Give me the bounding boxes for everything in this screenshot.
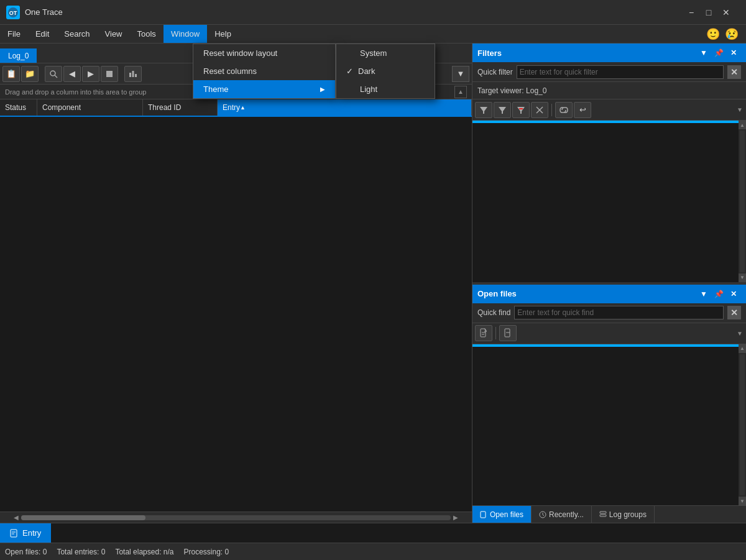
hscroll-track[interactable] — [21, 515, 451, 520]
filter-link-btn[interactable] — [555, 102, 573, 118]
openfiles-scroll-track[interactable] — [740, 354, 745, 496]
openfiles-pin-btn[interactable]: 📌 — [711, 287, 726, 301]
openfiles-scroll-down[interactable]: ▼ — [739, 497, 746, 505]
maximize-button[interactable]: □ — [700, 4, 717, 21]
status-open-files: Open files: 0 — [5, 548, 47, 556]
titlebar: OT One Trace − □ ✕ — [0, 0, 746, 25]
bottom-tab-recently-label: Recently... — [549, 510, 584, 519]
svg-text:OT: OT — [9, 10, 17, 16]
filters-dropdown-btn[interactable]: ▼ — [696, 45, 711, 60]
quick-find-input[interactable] — [514, 306, 724, 319]
wmenu-reset-window-label: Reset window layout — [203, 48, 277, 58]
col-header-entry[interactable]: Entry ▲ — [218, 99, 472, 116]
main-layout: Log_0 📋 📁 ◀ ▶ — [0, 44, 746, 523]
quick-find-clear-btn[interactable]: ✕ — [727, 306, 741, 319]
svg-marker-8 — [480, 107, 487, 114]
collapse-btn[interactable]: ▲ — [454, 86, 467, 98]
toolbar-stop-btn[interactable] — [101, 66, 118, 82]
menu-file[interactable]: File — [0, 25, 28, 43]
filter-clear-btn[interactable] — [531, 102, 548, 118]
close-button[interactable]: ✕ — [717, 4, 735, 21]
filter-toolbar-sep — [551, 104, 552, 116]
status-total-entries: Total entries: 0 — [57, 548, 105, 556]
toolbar-dropdown-btn[interactable]: ▼ — [452, 66, 469, 82]
svg-line-3 — [55, 75, 57, 78]
openfiles-title: Open files — [477, 289, 696, 298]
menu-help[interactable]: Help — [207, 25, 239, 43]
entry-tab-bar: Entry — [0, 523, 746, 543]
minimize-button[interactable]: − — [683, 4, 700, 21]
toolbar-open-btn[interactable]: 📁 — [21, 66, 39, 82]
svg-rect-6 — [132, 71, 134, 77]
filter-remove-btn[interactable] — [512, 102, 530, 118]
filters-close-btn[interactable]: ✕ — [726, 45, 741, 60]
quick-filter-clear-btn[interactable]: ✕ — [727, 65, 741, 79]
svg-point-2 — [50, 71, 55, 76]
quick-filter-row: Quick filter ✕ — [472, 62, 746, 82]
openfiles-panel-header: Open files ▼ 📌 ✕ — [472, 285, 746, 303]
col-header-status[interactable]: Status — [0, 99, 37, 116]
openfiles-content: ▲ ▼ — [472, 344, 746, 506]
bottom-tab-recently[interactable]: Recently... — [532, 506, 592, 523]
app-icon: OT — [6, 6, 20, 19]
openfiles-scroll-up[interactable]: ▲ — [739, 344, 746, 353]
bottom-tabbar: Open files Recently... Log groups — [472, 505, 746, 523]
scroll-left-btn[interactable]: ◀ — [11, 513, 21, 523]
openfiles-newfile-btn[interactable] — [475, 325, 492, 341]
wmenu-reset-window[interactable]: Reset window layout — [193, 44, 335, 62]
col-header-thread[interactable]: Thread ID — [143, 99, 218, 116]
log-content — [0, 117, 472, 512]
quick-find-row: Quick find ✕ — [472, 303, 746, 323]
theme-dark[interactable]: ✓ Dark — [336, 62, 435, 80]
filter-add-btn[interactable] — [475, 102, 492, 118]
filter-scroll-track[interactable] — [740, 131, 745, 272]
filter-scroll-down[interactable]: ▼ — [739, 273, 746, 282]
hscrollbar: ◀ ▶ — [0, 512, 472, 523]
menu-window[interactable]: Window — [163, 25, 207, 43]
theme-system[interactable]: System — [336, 44, 435, 62]
openfiles-removefile-btn[interactable] — [499, 325, 517, 341]
svg-rect-23 — [600, 515, 606, 516]
toolbar-copy-btn[interactable]: 📋 — [2, 66, 20, 82]
scroll-right-btn[interactable]: ▶ — [451, 513, 461, 523]
svg-rect-20 — [481, 512, 486, 518]
openfiles-panel: Open files ▼ 📌 ✕ Quick find ✕ — [472, 285, 746, 523]
col-header-component[interactable]: Component — [37, 99, 143, 116]
menubar: File Edit Search View Tools Window Help … — [0, 25, 746, 44]
filter-scroll-up[interactable]: ▲ — [739, 121, 746, 129]
status-total-elapsed: Total elapsed: n/a — [115, 548, 173, 556]
filter-reset-btn[interactable]: ↩ — [574, 102, 591, 118]
toolbar-next-btn[interactable]: ▶ — [82, 66, 99, 82]
filter-vscroll-indicator: ▼ — [736, 106, 744, 114]
wmenu-theme-label: Theme — [203, 85, 228, 94]
toolbar-chart-btn[interactable] — [124, 66, 142, 82]
emoji-sad[interactable]: 😢 — [722, 27, 741, 41]
emoji-smiley[interactable]: 🙂 — [704, 27, 722, 41]
bottom-tab-loggroups[interactable]: Log groups — [592, 506, 655, 523]
bottom-tab-openfiles[interactable]: Open files — [472, 506, 532, 523]
openfiles-dropdown-btn[interactable]: ▼ — [696, 287, 711, 301]
toolbar-search-btn[interactable] — [45, 66, 62, 82]
toolbar-prev-btn[interactable]: ◀ — [63, 66, 81, 82]
quick-filter-input[interactable] — [517, 65, 724, 79]
wmenu-reset-columns[interactable]: Reset columns — [193, 62, 335, 80]
theme-light[interactable]: Light — [336, 80, 435, 98]
theme-system-label: System — [360, 48, 387, 58]
filters-pin-btn[interactable]: 📌 — [711, 45, 726, 60]
svg-rect-4 — [106, 71, 113, 77]
entry-tab-item[interactable]: Entry — [0, 523, 51, 543]
status-processing: Processing: 0 — [184, 548, 229, 556]
menu-edit[interactable]: Edit — [28, 25, 57, 43]
menu-search[interactable]: Search — [57, 25, 97, 43]
menu-view[interactable]: View — [98, 25, 130, 43]
tab-log0[interactable]: Log_0 — [0, 48, 37, 63]
wmenu-theme[interactable]: Theme ▶ — [193, 80, 335, 98]
column-headers: Status Component Thread ID Entry ▲ — [0, 99, 472, 117]
openfiles-selected-bar — [472, 344, 746, 347]
hscroll-thumb[interactable] — [21, 515, 145, 520]
openfiles-close-btn[interactable]: ✕ — [726, 287, 741, 301]
svg-rect-5 — [129, 73, 131, 77]
group-by-text: Drag and drop a column into this area to… — [5, 88, 146, 96]
filter-edit-btn[interactable] — [494, 102, 511, 118]
menu-tools[interactable]: Tools — [130, 25, 163, 43]
